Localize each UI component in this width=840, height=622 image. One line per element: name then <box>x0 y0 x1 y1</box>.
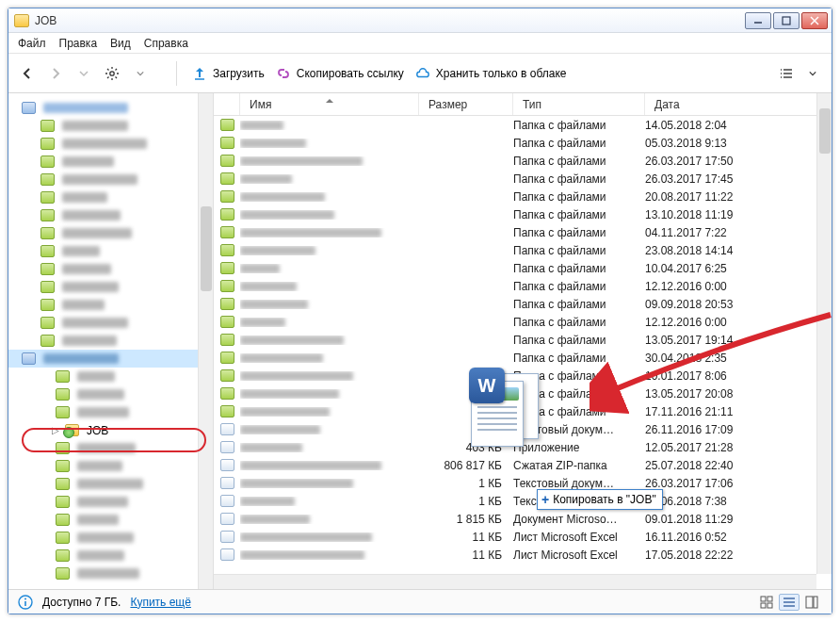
column-name[interactable]: Имя <box>240 93 419 115</box>
table-row[interactable]: Папка с файлами14.05.2018 2:04 <box>214 116 832 134</box>
table-row[interactable]: Папка с файлами04.11.2017 7:22 <box>214 223 832 241</box>
synced-folder-icon <box>65 424 79 436</box>
list-scrollbar-vertical[interactable] <box>816 93 832 574</box>
svg-rect-23 <box>761 597 766 601</box>
back-button[interactable] <box>16 62 39 85</box>
tree-node-job[interactable]: ▷ JOB <box>8 421 213 439</box>
forward-button[interactable] <box>44 62 67 85</box>
table-row[interactable]: 1 КБТекстовый докум…26.03.2017 17:06 <box>214 474 832 492</box>
view-details-button[interactable] <box>779 594 800 611</box>
folder-tree[interactable]: ▷ JOB <box>8 93 214 589</box>
table-row[interactable]: Папка с файлами13.05.2017 20:08 <box>214 385 832 402</box>
copy-link-button[interactable]: Скопировать ссылку <box>270 62 410 85</box>
titlebar: JOB <box>8 8 832 33</box>
view-dropdown[interactable] <box>801 62 824 85</box>
table-row[interactable]: Папка с файлами12.12.2016 0:00 <box>214 277 832 295</box>
table-row[interactable]: Папка с файлами30.04.2018 2:35 <box>214 349 832 367</box>
svg-line-9 <box>107 69 109 71</box>
menu-edit[interactable]: Правка <box>59 37 98 50</box>
window-title: JOB <box>35 14 743 27</box>
folder-icon <box>14 14 29 27</box>
table-row[interactable]: Папка с файлами13.05.2017 19:14 <box>214 331 832 349</box>
table-row[interactable]: 1 КБТекстовый докум…27.06.2018 7:38 <box>214 492 832 510</box>
table-row[interactable]: 11 КБЛист Microsoft Excel16.11.2016 0:52 <box>214 528 832 546</box>
table-row[interactable]: 1 815 КБДокумент Microso…09.01.2018 11:2… <box>214 510 832 528</box>
table-row[interactable]: Папка с файлами05.03.2018 9:13 <box>214 134 832 152</box>
column-date[interactable]: Дата <box>645 93 832 115</box>
svg-line-11 <box>107 76 109 78</box>
table-row[interactable]: Папка с файлами13.10.2018 11:19 <box>214 205 832 223</box>
view-options-button[interactable] <box>775 62 798 85</box>
svg-rect-26 <box>767 603 772 608</box>
table-row[interactable]: Папка с файлами23.08.2018 14:14 <box>214 241 832 259</box>
table-row[interactable]: 806 817 КБСжатая ZIP-папка25.07.2018 22:… <box>214 456 832 474</box>
upload-button[interactable]: Загрузить <box>186 62 270 85</box>
table-row[interactable]: Папка с файлами12.12.2016 0:00 <box>214 313 832 331</box>
cloud-only-button[interactable]: Хранить только в облаке <box>410 62 573 85</box>
menu-file[interactable]: Файл <box>18 37 46 50</box>
info-icon <box>18 595 33 610</box>
svg-rect-30 <box>806 597 813 608</box>
settings-icon[interactable] <box>101 62 123 85</box>
column-size[interactable]: Размер <box>419 93 513 115</box>
table-row[interactable]: Папка с файлами26.03.2017 17:50 <box>214 152 832 170</box>
history-dropdown[interactable] <box>73 62 95 85</box>
table-row[interactable]: Папка с файлами10.01.2017 8:06 <box>214 367 832 385</box>
plus-icon: + <box>541 492 549 507</box>
table-row[interactable]: Папка с файлами10.04.2017 6:25 <box>214 259 832 277</box>
view-preview-button[interactable] <box>801 594 822 611</box>
tree-scrollbar[interactable] <box>198 93 213 589</box>
close-button[interactable] <box>801 12 828 29</box>
expand-arrow-icon[interactable]: ▷ <box>52 425 59 435</box>
table-row[interactable]: 403 КБПриложение12.05.2017 21:28 <box>214 438 832 456</box>
maximize-button[interactable] <box>773 12 800 29</box>
file-list[interactable]: Имя Размер Тип Дата Папка с файлами14.05… <box>214 93 832 589</box>
column-type[interactable]: Тип <box>513 93 645 115</box>
column-icon[interactable] <box>214 93 240 115</box>
svg-rect-1 <box>783 17 790 25</box>
status-available: Доступно 7 ГБ. <box>42 596 121 609</box>
menu-view[interactable]: Вид <box>110 37 131 50</box>
table-row[interactable]: 11 КБЛист Microsoft Excel17.05.2018 22:2… <box>214 546 832 564</box>
svg-rect-31 <box>814 597 817 608</box>
table-row[interactable]: Папка с файлами17.11.2016 21:11 <box>214 402 832 420</box>
buy-more-link[interactable]: Купить ещё <box>130 596 191 609</box>
table-row[interactable]: Папка с файлами26.03.2017 17:45 <box>214 170 832 188</box>
menu-help[interactable]: Справка <box>144 37 188 50</box>
svg-rect-24 <box>767 597 772 601</box>
svg-line-10 <box>116 76 118 78</box>
menubar: Файл Правка Вид Справка <box>8 33 832 54</box>
svg-point-22 <box>24 597 26 599</box>
drop-tooltip: + Копировать в "JOB" <box>537 489 663 510</box>
svg-rect-25 <box>761 603 766 608</box>
table-row[interactable]: 1 КБТекстовый докум…26.11.2016 17:09 <box>214 420 832 438</box>
view-thumbnails-button[interactable] <box>756 594 777 611</box>
table-row[interactable]: Папка с файлами20.08.2017 11:22 <box>214 188 832 205</box>
list-scrollbar-horizontal[interactable] <box>214 574 816 589</box>
settings-dropdown[interactable] <box>129 62 152 85</box>
svg-point-4 <box>110 71 114 74</box>
svg-line-12 <box>116 69 118 71</box>
table-row[interactable]: Папка с файлами09.09.2018 20:53 <box>214 295 832 313</box>
status-bar: Доступно 7 ГБ. Купить ещё <box>8 589 832 614</box>
minimize-button[interactable] <box>745 12 771 29</box>
toolbar: Загрузить Скопировать ссылку Хранить тол… <box>8 54 832 93</box>
